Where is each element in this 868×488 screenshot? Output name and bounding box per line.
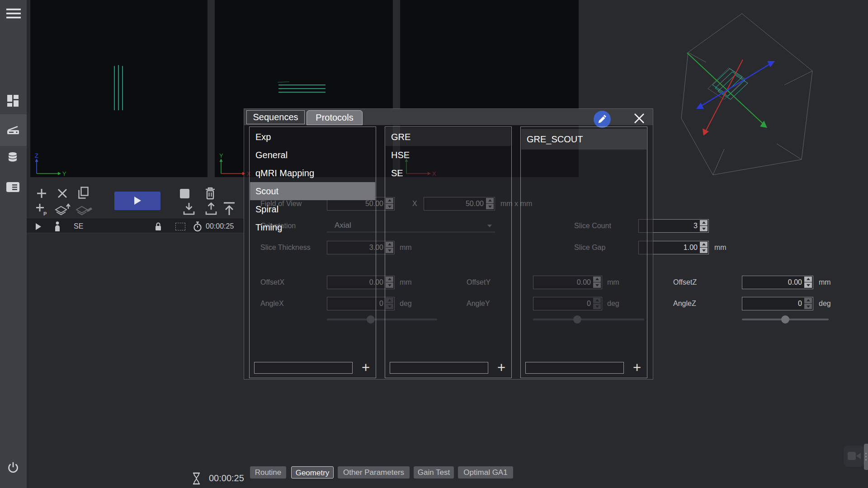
- new-category-input[interactable]: [254, 362, 353, 374]
- spin-down-icon: [700, 248, 708, 253]
- lock-icon: [155, 222, 162, 231]
- spin-up-icon: [804, 298, 812, 303]
- list-item-exp[interactable]: Exp: [250, 128, 375, 146]
- database-icon[interactable]: [7, 152, 19, 163]
- copy-icon[interactable]: [77, 186, 90, 200]
- upload-icon[interactable]: [204, 202, 218, 216]
- offset-z-unit: mm: [819, 276, 831, 289]
- list-item-timing[interactable]: Timing: [250, 218, 375, 236]
- list-item-general[interactable]: General: [250, 146, 375, 164]
- delete-trash-icon[interactable]: [204, 186, 216, 201]
- slice-stack-3d: [708, 68, 748, 99]
- protocol-list: GRE_SCOUT +: [520, 127, 647, 378]
- list-item-scout[interactable]: Scout: [250, 182, 375, 200]
- axis-z-3d: [696, 61, 775, 109]
- spin-up-icon: [700, 242, 708, 247]
- tab-other-parameters[interactable]: Other Parameters: [338, 466, 410, 479]
- offset-z-label: OffsetZ: [673, 276, 697, 289]
- tab-geometry[interactable]: Geometry: [291, 466, 334, 479]
- hamburger-menu-icon[interactable]: [6, 8, 21, 19]
- new-protocol-input[interactable]: [525, 362, 624, 374]
- pencil-icon: [597, 114, 607, 124]
- wireframe-cube: [681, 14, 812, 175]
- sequence-elapsed-time: 00:00:25: [206, 219, 234, 234]
- camera-widget-button[interactable]: [844, 446, 865, 467]
- sidebar: [0, 0, 27, 488]
- spinner-disabled: [804, 298, 812, 309]
- spin-up-icon: [700, 220, 708, 225]
- run-sequence-icon[interactable]: [35, 223, 42, 230]
- upload-top-icon[interactable]: [221, 201, 237, 217]
- axis-indicator-zy: Z Y: [33, 152, 74, 177]
- axis-y-label: Y: [62, 170, 66, 177]
- spin-down-icon: [700, 226, 708, 231]
- drawer-handle[interactable]: [864, 444, 868, 470]
- add-protocol-button[interactable]: +: [633, 359, 641, 377]
- tab-sequences[interactable]: Sequences: [246, 110, 305, 124]
- selection-region-icon[interactable]: [175, 223, 185, 230]
- scan-timer: 00:00:25: [209, 473, 244, 483]
- angle-z-slider-handle[interactable]: [781, 315, 789, 324]
- angle-z-unit: deg: [819, 297, 831, 310]
- download-icon[interactable]: [182, 202, 196, 216]
- add-category-button[interactable]: +: [362, 359, 370, 377]
- axis-x-3d: [703, 60, 743, 136]
- videocam-icon: [848, 451, 861, 461]
- slice-lines-vertical: [113, 63, 158, 113]
- slice-lines-horizontal: [276, 80, 330, 98]
- stopwatch-icon: [193, 221, 202, 232]
- angle-z-field[interactable]: 0: [742, 297, 813, 310]
- layers-edit-icon-disabled: [75, 202, 93, 217]
- spinner[interactable]: [700, 220, 708, 231]
- tab-gain-test[interactable]: Gain Test: [414, 466, 454, 479]
- play-icon: [134, 197, 141, 205]
- spin-down-icon: [804, 304, 812, 309]
- axis-z-label: Z: [35, 152, 38, 159]
- tab-optimal-ga1[interactable]: Optimal GA1: [458, 466, 513, 479]
- dashboard-icon[interactable]: [7, 94, 19, 107]
- add-sequence-button[interactable]: +: [497, 359, 505, 377]
- offset-z-field[interactable]: 0.00: [742, 276, 813, 289]
- mri-console-app: Z Y Y X Y X: [0, 0, 868, 488]
- add-icon[interactable]: [36, 188, 47, 199]
- angle-z-label: AngleZ: [673, 297, 696, 310]
- list-item-qmri-mapping[interactable]: qMRI Mapping: [250, 164, 375, 182]
- tab-protocols[interactable]: Protocols: [307, 110, 363, 125]
- viewport-1[interactable]: Z Y: [30, 0, 208, 177]
- category-list: Exp General qMRI Mapping Scout Spiral Ti…: [249, 127, 376, 378]
- list-item-spiral[interactable]: Spiral: [250, 200, 375, 218]
- close-icon[interactable]: [634, 113, 645, 124]
- remove-icon[interactable]: [57, 188, 68, 199]
- axis-y-label: Y: [219, 152, 223, 159]
- scanner-icon[interactable]: [6, 124, 20, 136]
- add-protocol-icon[interactable]: P: [35, 203, 48, 216]
- new-sequence-input[interactable]: [390, 362, 488, 374]
- list-item-gre[interactable]: GRE: [386, 128, 511, 146]
- power-icon[interactable]: [7, 461, 19, 474]
- list-item-se[interactable]: SE: [386, 164, 511, 182]
- stop-button[interactable]: [180, 189, 189, 198]
- sequence-list: GRE HSE SE +: [385, 127, 512, 378]
- subject-person-icon: [54, 221, 61, 232]
- hourglass-icon: [192, 472, 201, 485]
- edit-button[interactable]: [594, 111, 611, 128]
- spinner[interactable]: [700, 242, 708, 253]
- protocols-dialog: Sequences Protocols Exp General qMRI Map…: [244, 108, 653, 380]
- spin-up-icon: [804, 277, 812, 282]
- dialog-titlebar: [244, 109, 653, 125]
- svg-text:P: P: [43, 211, 47, 216]
- spin-down-icon: [804, 282, 812, 288]
- layers-export-icon[interactable]: [54, 202, 71, 217]
- slice-gap-unit: mm: [714, 241, 726, 254]
- play-button[interactable]: [114, 192, 160, 210]
- sequence-name: SE: [74, 219, 83, 234]
- list-item-hse[interactable]: HSE: [386, 146, 511, 164]
- spinner[interactable]: [804, 277, 812, 288]
- news-card-icon[interactable]: [6, 182, 20, 192]
- 3d-scene-view[interactable]: [656, 8, 868, 198]
- tab-routine[interactable]: Routine: [250, 466, 286, 479]
- list-item-gre-scout[interactable]: GRE_SCOUT: [521, 129, 646, 150]
- sequence-row[interactable]: SE 00:00:25: [27, 219, 244, 233]
